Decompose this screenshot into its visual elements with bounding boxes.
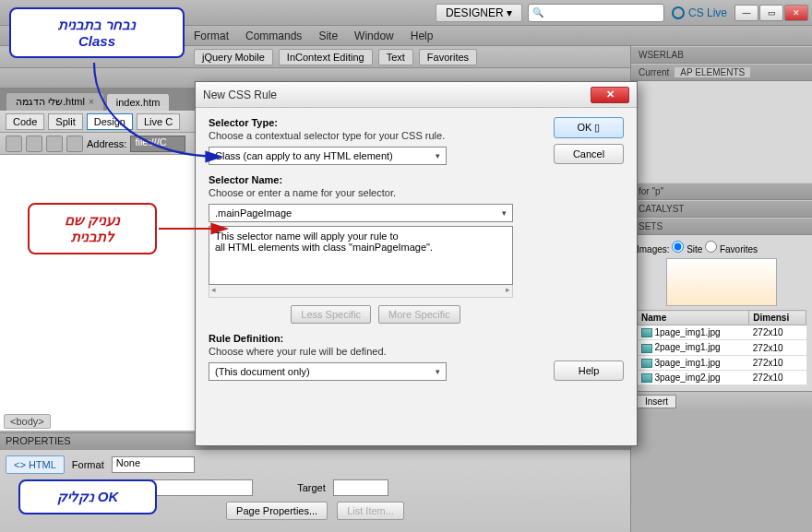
doc-tab-2[interactable]: index.htm: [106, 93, 171, 111]
selector-name-label: Selector Name:: [209, 174, 543, 185]
refresh-icon[interactable]: [46, 136, 63, 152]
table-row[interactable]: 3page_img2.jpg272x10: [638, 371, 806, 385]
minimize-button[interactable]: —: [734, 5, 758, 21]
page-properties-button[interactable]: Page Properties...: [226, 502, 328, 520]
selector-name-desc: Choose or enter a name for your selector…: [209, 187, 543, 198]
insert-button[interactable]: Insert: [631, 391, 812, 411]
chevron-down-icon: ▾: [436, 151, 440, 160]
assets-panel: Images: Site Favorites NameDimensi 1page…: [631, 235, 812, 391]
panel-current[interactable]: Current: [639, 67, 669, 77]
selector-type-dropdown[interactable]: Class (can apply to any HTML element)▾: [209, 147, 447, 165]
cancel-button[interactable]: Cancel: [554, 144, 624, 164]
scrollbar-horizontal[interactable]: ◂▸: [209, 285, 513, 298]
back-icon[interactable]: [6, 136, 22, 152]
menu-format[interactable]: Format: [194, 30, 229, 42]
selector-type-desc: Choose a contextual selector type for yo…: [209, 130, 543, 141]
search-input[interactable]: [528, 4, 664, 22]
site-radio[interactable]: [672, 241, 684, 253]
cslive-icon: [672, 6, 685, 19]
workspace-switcher[interactable]: DESIGNER ▾: [436, 4, 522, 22]
images-label: Images:: [637, 244, 670, 254]
tab-text[interactable]: Text: [378, 49, 413, 65]
panel-browserlab[interactable]: WSERLAB: [631, 46, 812, 64]
close-button[interactable]: ✕: [784, 5, 808, 21]
table-row[interactable]: 3page_img1.jpg272x10: [638, 355, 806, 370]
menu-site[interactable]: Site: [318, 30, 338, 42]
new-css-rule-dialog: New CSS Rule ✕ Selector Type: Choose a c…: [195, 81, 638, 446]
view-live[interactable]: Live C: [137, 113, 180, 130]
callout-ok: נקליק OK: [18, 479, 157, 514]
dialog-close-button[interactable]: ✕: [591, 87, 629, 103]
panel-catalyst[interactable]: CATALYST: [631, 200, 812, 218]
html-mode-button[interactable]: <> HTML: [6, 455, 65, 474]
dialog-titlebar[interactable]: New CSS Rule ✕: [196, 82, 637, 108]
selector-info-box: This selector name will apply your rule …: [209, 226, 513, 285]
image-icon: [641, 328, 652, 337]
help-button[interactable]: Help: [554, 361, 624, 381]
rule-def-label: Rule Definition:: [209, 333, 543, 344]
target-label: Target: [297, 482, 326, 493]
selector-name-input[interactable]: .mainPageImage▾: [209, 204, 513, 222]
assets-table: NameDimensi 1page_img1.jpg272x10 2page_i…: [637, 310, 806, 385]
tab-jquery[interactable]: jQuery Mobile: [194, 49, 273, 65]
panel-assets[interactable]: SETS: [631, 218, 812, 235]
view-split[interactable]: Split: [48, 113, 82, 130]
rule-def-dropdown[interactable]: (This document only)▾: [209, 362, 447, 381]
panel-ap-elements[interactable]: AP ELEMENTS: [675, 67, 750, 77]
chevron-down-icon: ▾: [502, 208, 507, 218]
menu-commands[interactable]: Commands: [245, 30, 302, 42]
close-icon[interactable]: ×: [89, 97, 94, 107]
col-name[interactable]: Name: [638, 311, 749, 325]
callout-class: נבחר בתבניתClass: [9, 7, 185, 58]
ok-button[interactable]: OK ▯: [554, 117, 624, 138]
panel-body-2: [631, 118, 812, 183]
asset-preview: [666, 258, 777, 306]
home-icon[interactable]: [66, 136, 83, 152]
format-select[interactable]: None: [112, 456, 195, 473]
selector-type-label: Selector Type:: [209, 117, 543, 128]
table-row[interactable]: 2page_img1.jpg272x10: [638, 340, 806, 355]
panel-body-1: [631, 81, 812, 118]
maximize-button[interactable]: ▭: [759, 5, 783, 21]
callout-name: נעניק שםלתבנית: [28, 203, 157, 254]
tag-selector[interactable]: <body>: [4, 414, 51, 429]
address-label: Address:: [87, 138, 126, 149]
menu-window[interactable]: Window: [354, 30, 394, 42]
address-field[interactable]: file:///C: [130, 136, 185, 152]
rule-def-desc: Choose where your rule will be defined.: [209, 346, 543, 357]
image-icon: [641, 344, 652, 353]
view-design[interactable]: Design: [87, 113, 133, 130]
image-icon: [641, 373, 652, 383]
doc-tab-1[interactable]: שלי הדגמה.html×: [6, 92, 104, 111]
list-item-button: List Item...: [337, 502, 404, 520]
forward-icon[interactable]: [26, 136, 42, 152]
target-select[interactable]: [333, 479, 388, 496]
cslive-button[interactable]: CS Live: [672, 6, 727, 19]
panel-for-p: for "p": [631, 183, 812, 200]
view-code[interactable]: Code: [6, 113, 44, 130]
tab-incontext[interactable]: InContext Editing: [279, 49, 373, 65]
more-specific-button: More Specific: [378, 305, 460, 324]
favorites-radio[interactable]: [705, 241, 717, 253]
tab-favorites[interactable]: Favorites: [419, 49, 477, 65]
image-icon: [641, 359, 652, 368]
table-row[interactable]: 1page_img1.jpg272x10: [638, 325, 806, 340]
format-label: Format: [72, 459, 104, 470]
right-panels: WSERLAB CurrentAP ELEMENTS for "p" CATAL…: [630, 46, 812, 532]
menu-help[interactable]: Help: [411, 30, 434, 42]
chevron-down-icon: ▾: [436, 367, 440, 376]
dialog-title: New CSS Rule: [203, 89, 277, 101]
less-specific-button: Less Specific: [291, 305, 371, 324]
col-dim[interactable]: Dimensi: [749, 311, 806, 325]
